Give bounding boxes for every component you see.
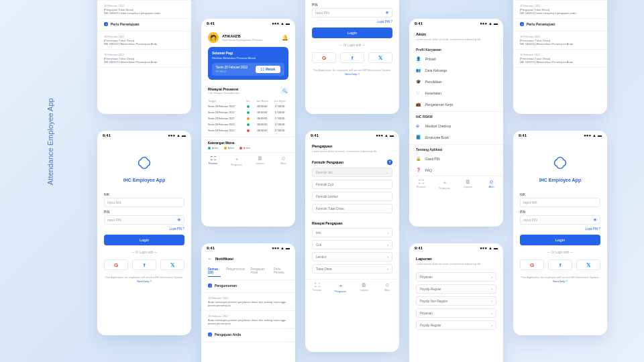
google-login[interactable]: G — [104, 259, 128, 270]
list-item[interactable]: 10 Februari 2022 [Pengajuan Tukar Dinas]… — [97, 1, 191, 19]
info-icon[interactable]: ? — [387, 160, 392, 165]
facebook-login[interactable]: f — [132, 259, 156, 270]
laporan-item[interactable]: Pinjaman› — [416, 308, 496, 318]
menu-pribadi[interactable]: 👤Pribadi — [409, 53, 503, 64]
laporan-item[interactable]: Payslip Non-Reguler› — [416, 296, 496, 306]
pin-input[interactable]: Input PIN👁 — [312, 8, 392, 17]
masuk-button[interactable]: ⛶Masuk — [256, 66, 280, 73]
list-item[interactable]: 10 Februari 2022 [Permintaan Tukar Dinas… — [513, 50, 607, 68]
chevron-right-icon: › — [492, 300, 493, 303]
riwayat-item[interactable]: Izin› — [312, 228, 392, 237]
need-help-link[interactable]: Need help ? — [345, 72, 360, 76]
forgot-pin-link[interactable]: Lupa PIN ? — [312, 20, 392, 23]
avatar[interactable]: 🧑 — [208, 32, 219, 43]
tab-pengajuan[interactable]: ＋Pengajuan — [329, 282, 352, 293]
list-item[interactable]: 10 Februari 2022 [Permintaan Tukar Dinas… — [97, 50, 191, 68]
twitter-login[interactable]: 𝕏 — [368, 52, 392, 63]
login-button[interactable]: Login — [520, 235, 600, 245]
forgot-pin-link[interactable]: Lupa PIN ? — [520, 227, 600, 231]
riwayat-item[interactable]: Lembur› — [312, 252, 392, 261]
riwayat-item[interactable]: Tukar Dinas› — [312, 264, 392, 274]
eye-icon[interactable]: 👁 — [593, 218, 597, 222]
list-item[interactable]: 10 Februari 2022 [Permintaan Tukar Dinas… — [97, 32, 191, 50]
menu-faq[interactable]: ❓FAQ — [409, 164, 503, 176]
tab-akun[interactable]: ☺Akun — [376, 282, 399, 293]
tab-bar: ⛶Presensi ＋Pengajuan 🗎Laporan ☺Akun — [409, 176, 503, 192]
bell-icon[interactable]: 🔔 — [282, 35, 288, 41]
login-button[interactable]: Login — [104, 235, 184, 245]
nav-back[interactable]: ←Notifikasi — [201, 253, 295, 265]
list-item[interactable]: ✓Pengumuman — [201, 280, 295, 293]
chevron-right-icon: › — [388, 267, 389, 271]
status-bar: 9:41●●●▲▬ — [305, 131, 399, 140]
chevron-right-icon: › — [492, 276, 493, 279]
tab-akun[interactable]: ☺Akun — [272, 156, 295, 166]
tab-laporan[interactable]: 🗎Laporan — [248, 156, 272, 166]
tab-presensi[interactable]: ⛶Presensi — [305, 282, 329, 293]
search-icon[interactable]: 🔍 — [280, 86, 288, 95]
menu-kesehatan[interactable]: ♡Kesehatan — [409, 87, 503, 99]
login-button[interactable]: Login — [312, 27, 392, 38]
form-option[interactable]: Formulir Lembur — [312, 192, 392, 201]
doc-icon: 🗎 — [352, 282, 376, 288]
list-item[interactable]: 10 Februari 2022 Anda mendapat perintah … — [201, 293, 295, 311]
laporan-item[interactable]: Pinjaman› — [416, 272, 496, 282]
list-item[interactable]: 10 Februari 2022 Anda mendapat perintah … — [201, 311, 295, 329]
form-option[interactable]: Formulir Tukar Dinas — [312, 204, 392, 213]
tab-laporan[interactable]: 🗎Laporan — [352, 282, 376, 293]
presensi-card: Selamat Pagi Silahkan Melakukan Presensi… — [208, 47, 288, 80]
need-help-link[interactable]: Need help ? — [137, 280, 152, 283]
nik-input[interactable]: Input NIK — [520, 198, 600, 207]
tab-semua[interactable]: Semua (10) — [208, 267, 221, 277]
menu-book[interactable]: 📘Employee Book — [409, 131, 503, 143]
menu-ganti-pin[interactable]: 🔒Ganti PIN — [409, 153, 503, 164]
form-select[interactable]: Formulir Izin⌄ — [312, 168, 392, 177]
eye-icon[interactable]: 👁 — [177, 218, 181, 222]
nik-input[interactable]: Input NIK — [104, 198, 184, 207]
twitter-login[interactable]: 𝕏 — [160, 259, 184, 270]
eye-icon[interactable]: 👁 — [385, 11, 389, 15]
list-item[interactable]: ✓Perlu Persetujuan — [97, 19, 191, 32]
laporan-item[interactable]: Payslip Reguler› — [416, 320, 496, 330]
tab-pengajuan-anda[interactable]: Pengajuan Anda — [250, 267, 268, 277]
menu-pengalaman[interactable]: 💼Pengalaman Kerja — [409, 99, 503, 110]
check-icon: ✓ — [208, 284, 212, 288]
pin-input[interactable]: Input PIN👁 — [104, 215, 184, 225]
phone-login-2: 9:41●●●▲▬ IHC Employee App NIK Input NIK… — [513, 131, 607, 335]
tab-perlu[interactable]: Perlu Persetu — [274, 267, 288, 277]
user-icon: 👤 — [416, 56, 421, 61]
list-item[interactable]: ✓Pengajuan Anda — [201, 329, 295, 342]
twitter-login[interactable]: 𝕏 — [576, 259, 600, 270]
need-help-link[interactable]: Need help ? — [553, 280, 568, 283]
google-login[interactable]: G — [312, 52, 336, 63]
riwayat-item[interactable]: Cuti› — [312, 240, 392, 249]
list-item[interactable]: 10 Februari 2022 [Pengajuan Tukar Dinas]… — [513, 1, 607, 19]
form-option[interactable]: Formulir Cuti — [312, 180, 392, 189]
users-icon: 👥 — [416, 68, 421, 72]
google-login[interactable]: G — [520, 259, 544, 270]
tab-presensi[interactable]: ⛶Presensi — [201, 156, 225, 166]
menu-keluarga[interactable]: 👥Data Keluarga — [409, 64, 503, 76]
tab-presensi[interactable]: ⛶Presensi — [409, 179, 433, 190]
menu-medical[interactable]: ⊕Medical Checkup — [409, 120, 503, 131]
menu-pendidikan[interactable]: 🎓Pendidikan — [409, 76, 503, 87]
chevron-right-icon: › — [492, 288, 493, 291]
laporan-item[interactable]: Payslip Reguler› — [416, 284, 496, 294]
attendance-table: TanggalKet.Jam MasukJam Keluar Senin 20 … — [201, 97, 295, 135]
tab-laporan[interactable]: 🗎Laporan — [456, 179, 480, 190]
tab-pengajuan[interactable]: ＋Pengajuan — [433, 179, 456, 190]
tab-pengumuman[interactable]: Pengumuman — [226, 267, 245, 277]
pin-input[interactable]: Input PIN👁 — [520, 215, 600, 225]
profile-row: 🧑 ATIKAHZBStaff Nurse Radiognastic Prata… — [201, 28, 295, 47]
facebook-login[interactable]: f — [548, 259, 572, 270]
forgot-pin-link[interactable]: Lupa PIN ? — [104, 227, 184, 231]
phone-notif: 9:41●●●▲▬ ←Notifikasi Semua (10) Pengumu… — [201, 243, 295, 362]
status-bar: 9:41●●●▲▬ — [513, 131, 607, 140]
list-item[interactable]: ✓Perlu Persetujuan — [513, 19, 607, 32]
user-icon: ☺ — [272, 156, 295, 162]
facebook-login[interactable]: f — [340, 52, 364, 63]
tab-akun[interactable]: ☺Akun — [480, 179, 503, 190]
status-bar: 9:41●●●▲▬ — [409, 243, 503, 253]
tab-pengajuan[interactable]: ＋Pengajuan — [225, 156, 248, 166]
list-item[interactable]: 10 Februari 2022 [Permintaan Tukar Dinas… — [513, 32, 607, 50]
